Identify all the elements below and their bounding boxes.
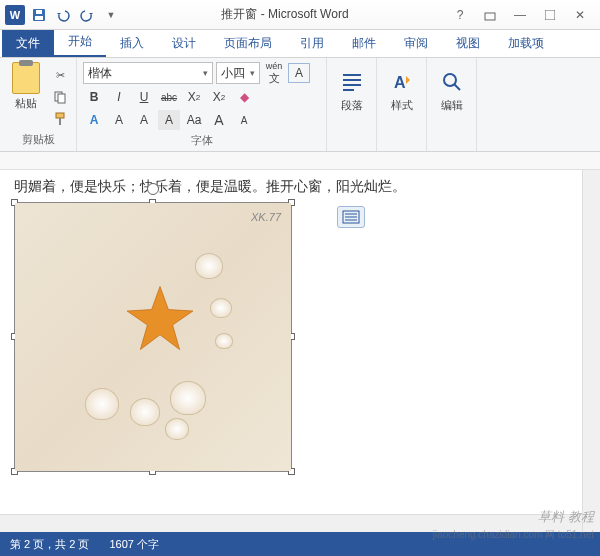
close-icon[interactable]: ✕ — [568, 5, 592, 25]
cut-icon[interactable]: ✂ — [50, 66, 70, 84]
clear-format-icon[interactable]: ◆ — [233, 87, 255, 107]
paste-button[interactable]: 粘贴 — [6, 62, 46, 132]
word-app-icon: W — [4, 4, 26, 26]
subscript-button[interactable]: X2 — [183, 87, 205, 107]
shell-icon — [210, 298, 232, 318]
tab-mailings[interactable]: 邮件 — [338, 30, 390, 57]
selected-image[interactable]: XK.77 — [14, 202, 292, 472]
italic-button[interactable]: I — [108, 87, 130, 107]
editing-button[interactable]: 编辑 — [433, 62, 470, 113]
paste-icon — [12, 62, 40, 94]
group-styles: A 样式 — [377, 58, 427, 151]
image-watermark: XK.77 — [251, 211, 281, 223]
group-clipboard: 粘贴 ✂ 剪贴板 — [0, 58, 77, 151]
styles-icon: A — [388, 68, 416, 96]
shrink-font-icon[interactable]: A — [233, 110, 255, 130]
shell-icon — [195, 253, 223, 279]
shell-icon — [130, 398, 160, 426]
svg-rect-1 — [35, 16, 43, 20]
group-editing: 编辑 — [427, 58, 477, 151]
shell-icon — [165, 418, 189, 440]
redo-icon[interactable] — [76, 4, 98, 26]
tab-design[interactable]: 设计 — [158, 30, 210, 57]
phonetic-guide-icon[interactable]: wén文 — [263, 63, 285, 83]
styles-button[interactable]: A 样式 — [383, 62, 420, 113]
svg-rect-2 — [36, 10, 42, 14]
text-effects-icon[interactable]: A — [83, 110, 105, 130]
find-icon — [438, 68, 466, 96]
beach-image: XK.77 — [15, 203, 291, 471]
undo-icon[interactable] — [52, 4, 74, 26]
maximize-icon[interactable] — [538, 5, 562, 25]
horizontal-scrollbar[interactable] — [0, 514, 582, 532]
document-text[interactable]: 明媚着，便是快乐；快乐着，便是温暖。推开心窗，阳光灿烂。 — [14, 178, 586, 196]
svg-rect-3 — [485, 13, 495, 20]
underline-button[interactable]: U — [133, 87, 155, 107]
highlight-icon[interactable]: A — [108, 110, 130, 130]
char-border-icon[interactable]: A — [288, 63, 310, 83]
format-painter-icon[interactable] — [50, 110, 70, 128]
font-name-combo[interactable]: 楷体▾ — [83, 62, 213, 84]
window-title: 推开窗 - Microsoft Word — [122, 6, 448, 23]
svg-rect-4 — [545, 10, 555, 20]
ruler[interactable] — [0, 152, 600, 170]
char-shading-icon[interactable]: A — [158, 110, 180, 130]
svg-rect-8 — [59, 118, 61, 125]
word-count[interactable]: 1607 个字 — [109, 537, 159, 552]
ribbon-options-icon[interactable] — [478, 5, 502, 25]
tab-references[interactable]: 引用 — [286, 30, 338, 57]
rotate-handle[interactable] — [147, 183, 159, 195]
superscript-button[interactable]: X2 — [208, 87, 230, 107]
qat-customize-icon[interactable]: ▼ — [100, 4, 122, 26]
shell-icon — [85, 388, 119, 420]
help-icon[interactable]: ? — [448, 5, 472, 25]
tab-insert[interactable]: 插入 — [106, 30, 158, 57]
font-size-combo[interactable]: 小四▾ — [216, 62, 260, 84]
tab-home[interactable]: 开始 — [54, 28, 106, 57]
strikethrough-button[interactable]: abc — [158, 87, 180, 107]
font-color-icon[interactable]: A — [133, 110, 155, 130]
paragraph-icon — [338, 68, 366, 96]
copy-icon[interactable] — [50, 88, 70, 106]
tab-file[interactable]: 文件 — [2, 30, 54, 57]
minimize-icon[interactable]: — — [508, 5, 532, 25]
shell-icon — [215, 333, 233, 349]
grow-font-icon[interactable]: A — [208, 110, 230, 130]
vertical-scrollbar[interactable] — [582, 170, 600, 532]
svg-text:A: A — [394, 74, 406, 91]
svg-line-15 — [454, 84, 460, 90]
group-font: 楷体▾ 小四▾ wén文 A B I U abc X2 X2 ◆ A A A A… — [77, 58, 327, 151]
save-icon[interactable] — [28, 4, 50, 26]
ribbon-tabs: 文件 开始 插入 设计 页面布局 引用 邮件 审阅 视图 加载项 — [0, 30, 600, 58]
group-paragraph: 段落 — [327, 58, 377, 151]
paragraph-button[interactable]: 段落 — [333, 62, 370, 113]
layout-options-icon[interactable] — [337, 206, 365, 228]
starfish-icon — [125, 283, 195, 353]
tab-review[interactable]: 审阅 — [390, 30, 442, 57]
bold-button[interactable]: B — [83, 87, 105, 107]
svg-rect-6 — [58, 94, 65, 103]
page-indicator[interactable]: 第 2 页，共 2 页 — [10, 537, 89, 552]
shell-icon — [170, 381, 206, 415]
tab-addins[interactable]: 加载项 — [494, 30, 558, 57]
status-bar: 第 2 页，共 2 页 1607 个字 — [0, 532, 600, 556]
tab-view[interactable]: 视图 — [442, 30, 494, 57]
svg-rect-7 — [56, 113, 64, 118]
document-area: 明媚着，便是快乐；快乐着，便是温暖。推开心窗，阳光灿烂。 XK.77 — [0, 152, 600, 532]
tab-layout[interactable]: 页面布局 — [210, 30, 286, 57]
change-case-icon[interactable]: Aa — [183, 110, 205, 130]
